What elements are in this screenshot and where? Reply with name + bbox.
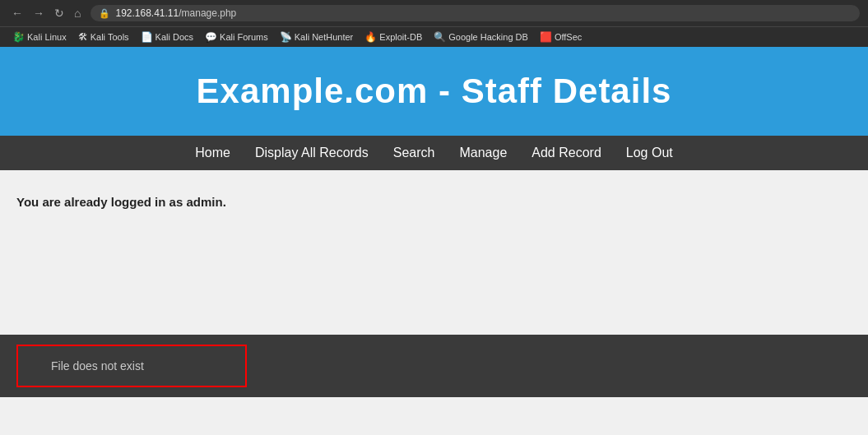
bookmark-label: Kali Tools (91, 32, 129, 42)
reload-button[interactable]: ↻ (51, 6, 67, 21)
kali-tools-icon: 🛠 (78, 31, 88, 43)
address-bar[interactable]: 🔒 192.168.41.11/manage.php (91, 5, 860, 21)
kali-nethunter-icon: 📡 (280, 31, 292, 43)
error-box: File does not exist (16, 345, 247, 387)
nav-add-record[interactable]: Add Record (531, 146, 601, 160)
logged-in-message: You are already logged in as admin. (16, 195, 852, 209)
bookmark-label: Exploit-DB (379, 32, 422, 42)
exploit-db-icon: 🔥 (364, 31, 377, 43)
bookmark-kali-tools[interactable]: 🛠 Kali Tools (74, 30, 133, 44)
kali-forums-icon: 💬 (205, 31, 217, 43)
page-header: Example.com - Staff Details (0, 47, 868, 136)
bookmark-label: OffSec (555, 32, 582, 42)
kali-docs-icon: 📄 (141, 31, 153, 43)
main-nav: Home Display All Records Search Manage A… (0, 136, 868, 170)
browser-nav-buttons: ← → ↻ ⌂ (8, 6, 84, 21)
bookmark-kali-forums[interactable]: 💬 Kali Forums (201, 30, 272, 44)
back-button[interactable]: ← (8, 6, 26, 21)
bookmark-offsec[interactable]: 🟥 OffSec (536, 30, 586, 44)
nav-search[interactable]: Search (393, 146, 435, 160)
offsec-icon: 🟥 (540, 31, 552, 43)
main-content: You are already logged in as admin. (0, 170, 868, 335)
bookmark-exploit-db[interactable]: 🔥 Exploit-DB (360, 30, 426, 44)
bookmark-label: Google Hacking DB (448, 32, 528, 42)
bookmark-kali-linux[interactable]: 🐉 Kali Linux (8, 30, 71, 44)
bookmark-label: Kali Docs (155, 32, 193, 42)
nav-display-all-records[interactable]: Display All Records (255, 146, 369, 160)
forward-button[interactable]: → (30, 6, 48, 21)
google-hacking-icon: 🔍 (434, 31, 446, 43)
home-button[interactable]: ⌂ (71, 6, 84, 21)
browser-chrome: ← → ↻ ⌂ 🔒 192.168.41.11/manage.php (0, 0, 868, 26)
bookmark-label: Kali NetHunter (295, 32, 354, 42)
lock-icon: 🔒 (99, 8, 110, 19)
nav-log-out[interactable]: Log Out (626, 146, 673, 160)
page-title: Example.com - Staff Details (16, 72, 852, 111)
bookmark-label: Kali Linux (27, 32, 67, 42)
bookmarks-bar: 🐉 Kali Linux 🛠 Kali Tools 📄 Kali Docs 💬 … (0, 26, 868, 47)
nav-manage[interactable]: Manage (459, 146, 507, 160)
bookmark-label: Kali Forums (220, 32, 268, 42)
url-text: 192.168.41.11/manage.php (115, 7, 236, 19)
error-message: File does not exist (51, 359, 144, 373)
bookmark-google-hacking-db[interactable]: 🔍 Google Hacking DB (429, 30, 532, 44)
footer-bar: File does not exist (0, 335, 868, 397)
bookmark-kali-docs[interactable]: 📄 Kali Docs (137, 30, 197, 44)
nav-home[interactable]: Home (195, 146, 230, 160)
kali-linux-icon: 🐉 (12, 31, 25, 43)
bookmark-kali-nethunter[interactable]: 📡 Kali NetHunter (276, 30, 358, 44)
